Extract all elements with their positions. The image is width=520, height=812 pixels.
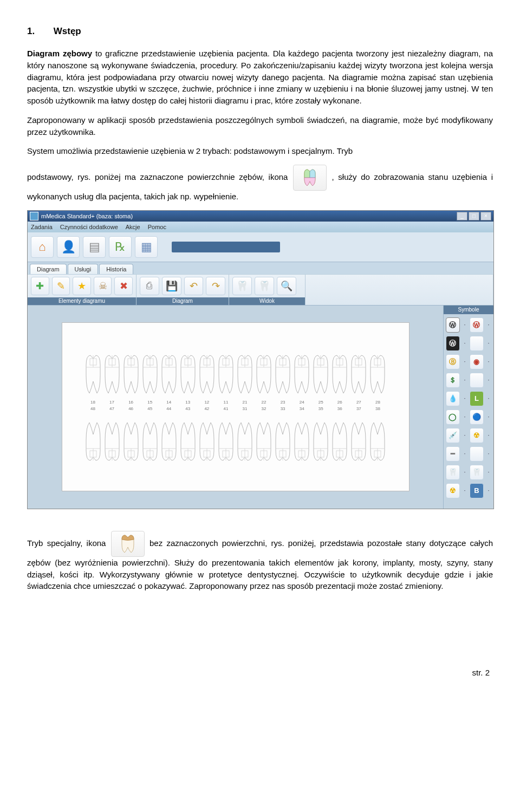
symbols-header: Symbole — [444, 306, 493, 314]
save-button[interactable]: 💾 — [162, 277, 181, 295]
tooth-icon[interactable] — [274, 420, 292, 464]
patient-button[interactable]: 👤 — [57, 236, 80, 258]
tooth-icon[interactable] — [122, 352, 140, 395]
tooth-icon[interactable] — [84, 420, 102, 464]
page-footer: str. 2 — [27, 668, 493, 677]
symbol-l-green[interactable]: L — [470, 391, 484, 406]
print-button[interactable]: ⎙ — [140, 277, 159, 295]
tooth-number: 32 — [255, 406, 273, 411]
tooth-icon[interactable] — [292, 420, 311, 464]
symbol-syringe[interactable]: 💉 — [446, 428, 460, 443]
tab-historia[interactable]: Historia — [99, 264, 133, 274]
app-icon — [30, 212, 38, 220]
menu-pomoc[interactable]: Pomoc — [148, 224, 166, 230]
zoom-button[interactable]: 🔍 — [277, 277, 296, 295]
edit-element-button[interactable]: ✎ — [52, 277, 70, 295]
tooth-number: 38 — [368, 406, 387, 411]
symbol-w-black[interactable]: Ⓦ — [446, 336, 460, 351]
symbol-drop-blue[interactable]: 🔵 — [470, 410, 484, 425]
prescription-button[interactable]: ℞ — [109, 236, 132, 258]
tooth-icon[interactable] — [368, 420, 387, 464]
tooth-icon[interactable] — [311, 420, 330, 464]
tooth-icon[interactable] — [255, 352, 273, 395]
delete-button[interactable]: ✖ — [114, 277, 133, 295]
tooth-icon[interactable] — [160, 352, 178, 395]
favorite-button[interactable]: ★ — [73, 277, 91, 295]
diagram-canvas[interactable]: 18171615141312112122232425262728 4847464… — [32, 310, 439, 504]
tooth-icon[interactable] — [236, 420, 254, 464]
tooth-icon[interactable] — [274, 352, 292, 395]
group-label-diagram: Diagram — [136, 297, 229, 305]
tooth-icon[interactable] — [103, 420, 121, 464]
menu-zadania[interactable]: Zadania — [31, 224, 53, 230]
tooth-icon[interactable] — [330, 420, 349, 464]
paragraph-3: System umożliwia przedstawienie uzębieni… — [27, 145, 493, 157]
tooth-icon[interactable] — [217, 352, 235, 395]
symbol-line[interactable]: ━ — [446, 446, 460, 462]
tooth-icon[interactable] — [236, 352, 254, 395]
symbol-b-blue[interactable]: B — [470, 483, 484, 498]
paragraph-1: Diagram zębowy to graficzne przedstawien… — [27, 48, 493, 107]
tooth-icon[interactable] — [311, 352, 330, 395]
redo-button[interactable]: ↷ — [206, 277, 225, 295]
tab-uslugi[interactable]: Usługi — [68, 264, 99, 274]
symbol-b-yellow[interactable]: Ⓑ — [446, 354, 460, 369]
paragraph-4: podstawowy, rys. poniżej ma zaznaczone p… — [27, 165, 493, 203]
home-button[interactable]: ⌂ — [31, 236, 54, 258]
rx-icon: ℞ — [115, 240, 126, 254]
symbol-radiation-2[interactable]: ☢ — [446, 483, 460, 498]
tooth-icon[interactable] — [330, 352, 349, 395]
window-minimize-button[interactable]: _ — [457, 212, 467, 220]
add-element-button[interactable]: ✚ — [31, 277, 49, 295]
tooth-icon[interactable] — [160, 420, 178, 464]
menu-akcje[interactable]: Akcje — [126, 224, 140, 230]
tooth-icon[interactable] — [179, 352, 197, 395]
symbol-w-outline[interactable]: Ⓦ — [446, 317, 460, 333]
symbol-empty-3[interactable] — [470, 446, 484, 462]
tooth-number: 14 — [160, 400, 178, 405]
symbol-w-red[interactable]: Ⓦ — [470, 317, 484, 333]
document-button[interactable]: ▤ — [83, 236, 106, 258]
symbol-tooth-pink[interactable]: 🦷 — [470, 465, 484, 480]
symbol-empty-1[interactable] — [470, 336, 484, 351]
tooth-icon[interactable] — [292, 352, 311, 395]
tooth-icon[interactable] — [349, 352, 368, 395]
symbol-tooth-blue[interactable]: 🦷 — [446, 465, 460, 480]
work-area: 18171615141312112122232425262728 4847464… — [28, 306, 493, 509]
window-maximize-button[interactable]: □ — [469, 212, 479, 220]
tooth-number: 24 — [292, 400, 311, 405]
view-simple-button[interactable]: 🦷 — [232, 277, 252, 295]
tooth-icon[interactable] — [122, 420, 140, 464]
window-close-button[interactable]: × — [480, 212, 491, 220]
symbol-radiation[interactable]: ☢ — [470, 428, 484, 443]
symbol-dot[interactable]: ◉ — [470, 354, 484, 369]
tooth-icon[interactable] — [179, 420, 197, 464]
tooth-icon[interactable] — [141, 352, 159, 395]
tooth-icon[interactable] — [84, 352, 102, 395]
tooth-number: 25 — [311, 400, 330, 405]
tooth-icon[interactable] — [255, 420, 273, 464]
symbol-drop[interactable]: 💧 — [446, 391, 460, 406]
symbol-dollar[interactable]: ＄ — [446, 373, 460, 388]
tooth-icon[interactable] — [103, 352, 121, 395]
remove-element-button[interactable]: ☠ — [94, 277, 112, 295]
tooth-icon[interactable] — [141, 420, 159, 464]
symbol-empty-2[interactable] — [470, 373, 484, 388]
tooth-number: 46 — [122, 406, 140, 411]
menu-czynnosci[interactable]: Czynności dodatkowe — [60, 224, 118, 230]
tooth-number: 43 — [179, 406, 197, 411]
tab-diagram[interactable]: Diagram — [30, 264, 67, 274]
tooth-icon[interactable] — [217, 420, 235, 464]
undo-button[interactable]: ↶ — [184, 277, 204, 295]
tooth-icon[interactable] — [368, 352, 387, 395]
calendar-button[interactable]: ▦ — [135, 236, 158, 258]
view-segmented-button[interactable]: 🦷 — [255, 277, 274, 295]
tooth-number: 16 — [122, 400, 140, 405]
tooth-icon[interactable] — [349, 420, 368, 464]
tooth-icon[interactable] — [198, 420, 216, 464]
tab-row: Diagram Usługi Historia — [28, 262, 493, 274]
tooth-icon[interactable] — [198, 352, 216, 395]
paragraph-5: Tryb specjalny, ikona bez zaznaczonych p… — [27, 531, 493, 592]
tooth-simple-icon — [111, 531, 145, 557]
symbol-circle-green[interactable]: ◯ — [446, 410, 460, 425]
